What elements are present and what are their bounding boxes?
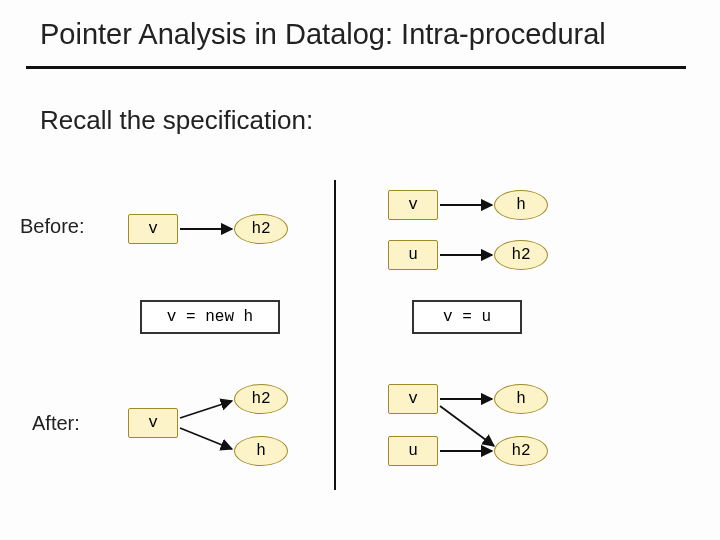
node-v: v xyxy=(128,214,178,244)
node-u: u xyxy=(388,240,438,270)
node-h: h xyxy=(494,384,548,414)
node-v: v xyxy=(388,190,438,220)
node-v: v xyxy=(388,384,438,414)
node-h2: h2 xyxy=(494,240,548,270)
node-h: h xyxy=(234,436,288,466)
label-before: Before: xyxy=(20,215,84,238)
node-h: h xyxy=(494,190,548,220)
title-rule xyxy=(26,66,686,69)
slide-title: Pointer Analysis in Datalog: Intra-proce… xyxy=(40,18,606,51)
stmt-assign: v = u xyxy=(412,300,522,334)
svg-line-6 xyxy=(440,406,494,446)
node-h2: h2 xyxy=(494,436,548,466)
stmt-new: v = new h xyxy=(140,300,280,334)
slide-subtitle: Recall the specification: xyxy=(40,105,313,136)
node-h2: h2 xyxy=(234,214,288,244)
svg-line-1 xyxy=(180,401,232,418)
arrow-layer xyxy=(0,0,720,540)
column-divider xyxy=(334,180,336,490)
node-v: v xyxy=(128,408,178,438)
node-h2: h2 xyxy=(234,384,288,414)
svg-line-2 xyxy=(180,428,232,449)
node-u: u xyxy=(388,436,438,466)
label-after: After: xyxy=(32,412,80,435)
